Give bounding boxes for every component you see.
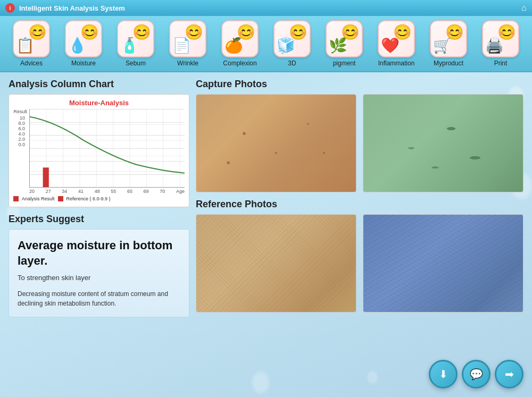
experts-section-title: Experts Suggest — [9, 214, 189, 225]
nav-icon-box-pigment: 🌿 😊 — [326, 20, 363, 57]
nav-label-inflammation: Inflammation — [378, 60, 415, 67]
chart-plot-area — [29, 109, 185, 188]
x-label-69: 69 — [144, 189, 149, 194]
legend-bar-analysis — [13, 196, 19, 201]
capture-section-title: Capture Photos — [196, 79, 523, 90]
complexion-emoji-icon: 😊 — [237, 23, 255, 41]
nav-item-myproduct[interactable]: 🛒 😊 Myproduct — [427, 20, 470, 67]
y-label-4: 4.0 — [14, 131, 25, 137]
reference-section-title: Reference Photos — [196, 199, 523, 210]
bottom-actions: ⬇ 💬 ➡ — [429, 360, 523, 388]
nav-item-3d[interactable]: 🧊 😊 3D — [271, 20, 313, 67]
nav-icon-box-3d: 🧊 😊 — [273, 20, 311, 57]
x-label-70: 70 — [160, 189, 165, 194]
nav-icon-box-print: 🖨️ 😊 — [482, 20, 519, 57]
left-column: Analysis Column Chart Moisture-Analysis … — [9, 79, 189, 317]
close-icon[interactable]: ⌂ — [521, 3, 527, 13]
y-axis-result-label: Result — [13, 109, 27, 114]
y-label-2: 2.0 — [14, 137, 25, 142]
nav-icon-box-wrinkle: 📄 😊 — [169, 20, 206, 57]
wrinkle-emoji-icon: 😊 — [185, 23, 203, 41]
moisture-emoji-icon: 😊 — [80, 23, 99, 41]
print-emoji-icon: 😊 — [497, 23, 516, 41]
advices-emoji-icon: 😊 — [28, 23, 47, 41]
x-label-41: 41 — [78, 189, 84, 194]
nav-item-inflammation[interactable]: ❤️ 😊 Inflammation — [375, 20, 418, 67]
chart-panel: Moisture-Analysis Result 10 8.0 6.0 4.0 … — [9, 94, 189, 207]
nav-item-print[interactable]: 🖨️ 😊 Print — [479, 20, 522, 67]
reference-photo-2 — [363, 214, 523, 312]
nav-label-complexion: Complexion — [223, 60, 256, 67]
nav-label-wrinkle: Wrinkle — [177, 60, 198, 67]
nav-item-advices[interactable]: 📋 😊 Advices — [10, 20, 53, 67]
y-label-8: 8.0 — [14, 121, 25, 126]
y-axis-container: Result 10 8.0 6.0 4.0 2.0 0.0 — [13, 109, 29, 194]
nav-icon-box-advices: 📋 😊 — [13, 20, 50, 57]
nav-icon-box-sebum: 🧴 😊 — [117, 20, 154, 57]
nav-icon-box-inflammation: ❤️ 😊 — [378, 20, 415, 57]
suggest-panel: Average moisture in bottom layer. To str… — [9, 229, 189, 317]
chart-title: Moisture-Analysis — [13, 99, 185, 107]
nav-label-pigment: pigment — [333, 60, 356, 67]
comment-button[interactable]: 💬 — [462, 360, 491, 388]
reference-photos-section: Reference Photos — [196, 199, 523, 312]
inflammation-emoji-icon: 😊 — [393, 23, 412, 41]
right-column: Capture Photos Reference Photos — [196, 79, 523, 317]
myproduct-emoji-icon: 😊 — [445, 23, 464, 41]
nav-item-sebum[interactable]: 🧴 😊 Sebum — [114, 20, 157, 67]
y-label-0: 0.0 — [14, 142, 25, 147]
nav-icon-box-moisture: 💧 😊 — [65, 20, 102, 57]
nav-label-myproduct: Myproduct — [434, 60, 463, 67]
analysis-chart-section: Analysis Column Chart Moisture-Analysis … — [9, 79, 189, 207]
nav-icon-box-myproduct: 🛒 😊 — [430, 20, 467, 57]
svg-rect-13 — [43, 167, 49, 187]
title-bar: i Intelligent Skin Analysis System ⌂ — [0, 0, 532, 16]
chart-svg — [30, 109, 185, 187]
nav-label-3d: 3D — [288, 60, 296, 67]
x-label-age: Age — [176, 189, 185, 194]
sebum-emoji-icon: 😊 — [132, 23, 151, 41]
nav-item-wrinkle[interactable]: 📄 😊 Wrinkle — [167, 20, 209, 67]
nav-item-pigment[interactable]: 🌿 😊 pigment — [323, 20, 365, 67]
nav-label-moisture: Moisture — [71, 60, 96, 67]
x-label-55: 55 — [111, 189, 116, 194]
chart-area: Result 10 8.0 6.0 4.0 2.0 0.0 — [13, 109, 185, 194]
suggest-description: Decreasing moisture content of stratum c… — [18, 289, 180, 308]
y-axis: 10 8.0 6.0 4.0 2.0 0.0 — [14, 115, 27, 147]
y-label-6: 6.0 — [14, 126, 25, 131]
capture-photo-2 — [363, 94, 523, 192]
chart-main-wrapper: 20 27 34 41 48 55 65 69 70 Age — [29, 109, 185, 194]
x-label-27: 27 — [46, 189, 51, 194]
main-content: Analysis Column Chart Moisture-Analysis … — [0, 72, 532, 330]
pigment-emoji-icon: 😊 — [341, 23, 360, 41]
nav-label-sebum: Sebum — [126, 60, 146, 67]
reference-photos-row — [196, 214, 523, 312]
nav-icon-box-complexion: 🍊 😊 — [221, 20, 259, 57]
nav-item-complexion[interactable]: 🍊 😊 Complexion — [219, 20, 261, 67]
capture-photos-row — [196, 94, 523, 192]
top-navigation: 📋 😊 Advices 💧 😊 Moisture 🧴 😊 Sebum 📄 😊 W… — [0, 16, 532, 72]
reference-photo-1 — [196, 214, 356, 312]
legend-analysis-text: Analysis Result — [22, 196, 55, 201]
y-label-10: 10 — [14, 115, 25, 121]
x-label-48: 48 — [95, 189, 100, 194]
nav-label-print: Print — [494, 60, 508, 67]
nav-item-moisture[interactable]: 💧 😊 Moisture — [62, 20, 105, 67]
analysis-section-title: Analysis Column Chart — [9, 79, 189, 90]
legend-reference-text: Reference ( 6.0-9.9 ) — [66, 196, 111, 201]
suggest-subtitle: To strengthen skin layer — [18, 274, 180, 282]
x-label-65: 65 — [127, 189, 132, 194]
experts-suggest-section: Experts Suggest Average moisture in bott… — [9, 214, 189, 317]
x-axis-labels: 20 27 34 41 48 55 65 69 70 Age — [29, 188, 185, 194]
x-label-34: 34 — [62, 189, 67, 194]
nav-label-advices: Advices — [20, 60, 43, 67]
chart-legend: Analysis Result Reference ( 6.0-9.9 ) — [13, 196, 185, 201]
3d-emoji-icon: 😊 — [289, 23, 307, 41]
download-button[interactable]: ⬇ — [429, 360, 458, 388]
capture-photos-section: Capture Photos — [196, 79, 523, 192]
suggest-main-title: Average moisture in bottom layer. — [18, 238, 180, 268]
x-label-20: 20 — [29, 189, 35, 194]
app-icon: i — [5, 3, 15, 13]
chart-container: Moisture-Analysis Result 10 8.0 6.0 4.0 … — [13, 99, 185, 202]
forward-button[interactable]: ➡ — [495, 360, 523, 388]
